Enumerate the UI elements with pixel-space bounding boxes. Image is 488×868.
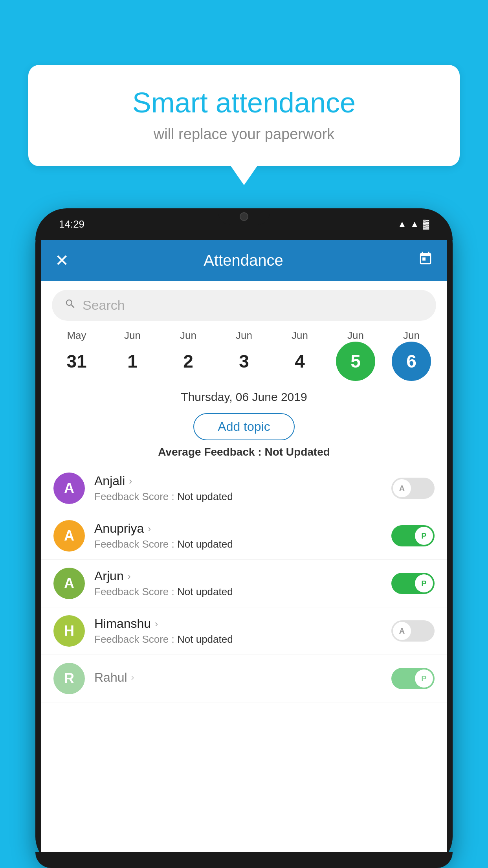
cal-day-31[interactable]: 31 (57, 342, 96, 381)
wifi-icon: ▲ (398, 219, 406, 229)
avg-feedback: Average Feedback : Not Updated (41, 446, 447, 458)
status-time: 14:29 (59, 218, 84, 230)
avg-feedback-value: Not Updated (264, 446, 330, 458)
student-info-partial: Rahul › (94, 670, 391, 687)
student-name-partial: Rahul (94, 670, 127, 685)
bubble-subtitle: will replace your paperwork (52, 126, 436, 143)
avatar-partial: R (53, 663, 85, 694)
chevron-right-icon: › (129, 476, 132, 487)
cal-cell-jun1: Jun 1 (107, 329, 158, 381)
cal-day-1[interactable]: 1 (113, 342, 152, 381)
signal-icon: ▲ (410, 219, 419, 229)
calendar-icon[interactable] (418, 251, 433, 270)
cal-cell-jun3: Jun 3 (218, 329, 270, 381)
search-icon (64, 298, 76, 313)
calendar-months: May 31 Jun 1 Jun 2 Jun 3 Jun 4 Jun 5 (41, 329, 447, 381)
avg-feedback-label: Average Feedback : (158, 446, 262, 458)
absent-toggle-himanshu[interactable]: A (391, 620, 435, 642)
toggle-knob-anjali: A (393, 479, 411, 497)
student-row-arjun[interactable]: A Arjun › Feedback Score : Not updated P (41, 560, 447, 607)
cal-cell-jun6: Jun 6 (386, 329, 437, 381)
search-input[interactable]: Search (83, 298, 125, 313)
cal-day-5-today[interactable]: 5 (336, 342, 375, 381)
cal-day-3[interactable]: 3 (224, 342, 264, 381)
cal-day-2[interactable]: 2 (169, 342, 208, 381)
toggle-knob-anupriya: P (415, 527, 433, 545)
battery-icon: ▓ (423, 219, 429, 229)
chevron-right-icon: › (155, 618, 158, 629)
close-button[interactable]: ✕ (55, 251, 69, 270)
student-row-partial[interactable]: R Rahul › P (41, 655, 447, 702)
toggle-knob-arjun: P (415, 574, 433, 592)
toggle-anjali[interactable]: A (391, 478, 435, 499)
student-info-himanshu: Himanshu › Feedback Score : Not updated (94, 616, 391, 645)
feedback-anjali: Feedback Score : Not updated (94, 491, 391, 503)
selected-date: Thursday, 06 June 2019 (41, 384, 447, 408)
toggle-arjun[interactable]: P (391, 573, 435, 594)
add-topic-button[interactable]: Add topic (193, 413, 294, 440)
phone-notch (218, 208, 270, 225)
feedback-anupriya: Feedback Score : Not updated (94, 538, 391, 550)
cal-cell-jun2: Jun 2 (163, 329, 214, 381)
present-toggle-arjun[interactable]: P (391, 573, 435, 594)
student-name-himanshu: Himanshu (94, 616, 151, 631)
chevron-right-icon: › (131, 672, 134, 683)
student-info-anjali: Anjali › Feedback Score : Not updated (94, 474, 391, 503)
phone-frame: 14:29 ▲ ▲ ▓ ✕ Attendance (35, 208, 453, 868)
search-bar[interactable]: Search (52, 290, 436, 321)
avatar-arjun: A (53, 568, 85, 599)
phone-bottom-bar (35, 852, 453, 868)
status-bar: 14:29 ▲ ▲ ▓ (35, 208, 453, 240)
toggle-knob-partial: P (415, 669, 433, 688)
avatar-anjali: A (53, 473, 85, 504)
absent-toggle-anjali[interactable]: A (391, 478, 435, 499)
speech-bubble: Smart attendance will replace your paper… (28, 65, 460, 166)
student-list: A Anjali › Feedback Score : Not updated … (41, 465, 447, 702)
feedback-arjun: Feedback Score : Not updated (94, 586, 391, 598)
toggle-himanshu[interactable]: A (391, 620, 435, 642)
toggle-partial[interactable]: P (391, 668, 435, 689)
student-name-arjun: Arjun (94, 569, 124, 583)
phone-camera (240, 212, 248, 221)
student-name-anupriya: Anupriya (94, 521, 144, 536)
chevron-right-icon: › (148, 523, 151, 534)
cal-cell-jun4: Jun 4 (274, 329, 325, 381)
toggle-anupriya[interactable]: P (391, 525, 435, 546)
bubble-title: Smart attendance (52, 86, 436, 119)
present-toggle-partial[interactable]: P (391, 668, 435, 689)
header-title: Attendance (204, 252, 283, 269)
phone-screen: ✕ Attendance Search May 31 (41, 240, 447, 852)
present-toggle-anupriya[interactable]: P (391, 525, 435, 546)
feedback-himanshu: Feedback Score : Not updated (94, 633, 391, 645)
student-info-arjun: Arjun › Feedback Score : Not updated (94, 569, 391, 598)
student-row-anupriya[interactable]: A Anupriya › Feedback Score : Not update… (41, 512, 447, 560)
status-icons: ▲ ▲ ▓ (398, 219, 429, 229)
cal-cell-jun5: Jun 5 (330, 329, 381, 381)
app-header: ✕ Attendance (41, 240, 447, 281)
avatar-himanshu: H (53, 615, 85, 647)
student-row-anjali[interactable]: A Anjali › Feedback Score : Not updated … (41, 465, 447, 512)
avatar-anupriya: A (53, 520, 85, 552)
student-name-anjali: Anjali (94, 474, 125, 488)
cal-day-6-selected[interactable]: 6 (392, 342, 431, 381)
student-row-himanshu[interactable]: H Himanshu › Feedback Score : Not update… (41, 607, 447, 655)
toggle-knob-himanshu: A (393, 622, 411, 640)
student-info-anupriya: Anupriya › Feedback Score : Not updated (94, 521, 391, 550)
cal-cell-may31: May 31 (51, 329, 102, 381)
chevron-right-icon: › (128, 571, 131, 582)
cal-day-4[interactable]: 4 (280, 342, 319, 381)
